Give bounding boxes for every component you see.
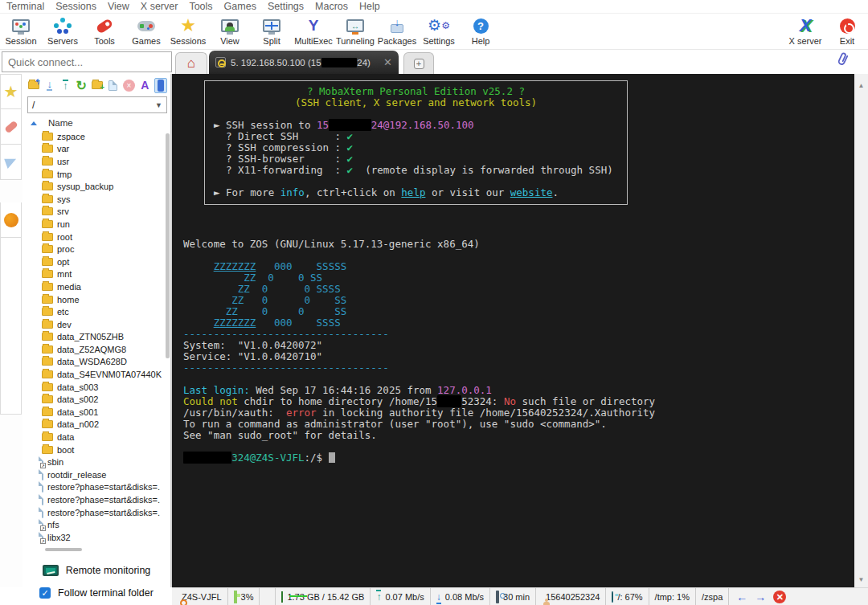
menu-item-view[interactable]: View <box>106 1 139 12</box>
exit-button[interactable]: Exit <box>826 14 868 49</box>
menu-item-terminal[interactable]: Terminal <box>5 1 54 12</box>
tree-item-restore-phase-start-disks-[interactable]: restore?phase=start&disks=. <box>23 506 170 519</box>
tree-item-home[interactable]: home <box>23 293 170 306</box>
mobaxterm-banner: ? MobaXterm Personal Edition v25.2 ?(SSH… <box>204 80 628 205</box>
scroll-down-icon[interactable]: ▼ <box>854 573 868 586</box>
menu-item-tools[interactable]: Tools <box>187 1 222 12</box>
tree-item-boot[interactable]: boot <box>23 444 170 456</box>
menu-item-settings[interactable]: Settings <box>266 1 313 12</box>
tree-item-libx32[interactable]: ↗libx32 <box>23 531 170 544</box>
paperclip-icon[interactable] <box>836 51 850 71</box>
tree-item-rootdir-release[interactable]: rootdir_release <box>23 468 170 481</box>
tree-item-sysup-backup[interactable]: sysup_backup <box>23 180 170 193</box>
sidebar-tab-macros[interactable] <box>0 145 22 180</box>
parent-folder-icon[interactable]: ↰ <box>27 78 40 93</box>
folder-icon <box>42 308 53 316</box>
view-button[interactable]: View <box>209 14 251 49</box>
tree-item-sbin[interactable]: ↗sbin <box>23 456 170 468</box>
menu-item-x-server[interactable]: X server <box>139 1 188 12</box>
delete-icon[interactable]: × <box>123 78 136 93</box>
menu-item-macros[interactable]: Macros <box>313 1 358 12</box>
folder-icon <box>42 345 53 354</box>
tree-item-nfs[interactable]: ↗nfs <box>23 518 170 531</box>
path-combobox[interactable]: / ▼ <box>27 96 167 113</box>
remote-monitoring-button[interactable]: Remote monitoring <box>23 559 170 582</box>
menu-item-sessions[interactable]: Sessions <box>54 1 106 12</box>
tree-item-opt[interactable]: opt <box>23 255 170 268</box>
tree-item-data-z52aqmg8[interactable]: data_Z52AQMG8 <box>23 343 170 356</box>
tree-item-proc[interactable]: proc <box>23 243 170 255</box>
settings-button[interactable]: ⚙⚙Settings <box>418 14 460 49</box>
tree-item-zspace[interactable]: zspace <box>23 130 170 143</box>
tree-item-data-s4evnm0ta07440k[interactable]: data_S4EVNM0TA07440K <box>23 368 170 381</box>
tunneling-button[interactable]: ↔Tunneling <box>334 14 376 49</box>
tree-scrollbar-thumb[interactable] <box>166 133 170 358</box>
close-session-button[interactable]: ✕ <box>773 591 786 603</box>
tree-item-restore-phase-start-disks-[interactable]: restore?phase=start&disks=. <box>23 493 170 506</box>
tree-item-srv[interactable]: srv <box>23 206 170 219</box>
multiexec-button[interactable]: YMultiExec <box>293 14 334 49</box>
tree-item-usr[interactable]: usr <box>23 155 170 168</box>
next-tab-arrow-icon[interactable]: → <box>753 591 768 603</box>
tree-scrollbar[interactable] <box>164 130 170 546</box>
tree-item-data-s001[interactable]: data_s001 <box>23 406 170 419</box>
tree-item-var[interactable]: var <box>23 143 170 156</box>
tree-item-etc[interactable]: etc <box>23 305 170 318</box>
sidebar-tab-sftp[interactable] <box>0 202 22 238</box>
tree-item-data[interactable]: data <box>23 431 170 444</box>
quick-connect-input[interactable] <box>2 51 172 72</box>
new-tab-button[interactable]: + <box>403 52 434 74</box>
tree-item-data-s003[interactable]: data_s003 <box>23 381 170 394</box>
scroll-up-icon[interactable]: ▲ <box>854 79 868 92</box>
sessions-button[interactable]: ★Sessions <box>167 14 209 49</box>
menu-item-games[interactable]: Games <box>223 1 266 12</box>
tree-item-media[interactable]: media <box>23 280 170 293</box>
servers-button[interactable]: Servers <box>42 14 84 49</box>
split-button[interactable]: Split <box>251 14 293 49</box>
folder-icon <box>42 270 53 278</box>
tree-item-restore-phase-start-disks-[interactable]: restore?phase=start&disks=. <box>23 481 170 494</box>
tab-close-icon[interactable]: ✕ <box>380 56 392 68</box>
tree-hscrollbar[interactable] <box>23 546 170 553</box>
sidebar-tab-sessions[interactable]: ★ <box>0 74 22 109</box>
tree-item-sys[interactable]: sys <box>23 193 170 206</box>
home-tab[interactable]: ⌂ <box>175 52 207 74</box>
games-button[interactable]: Games <box>125 14 167 49</box>
sidebar-strip-empty <box>0 238 22 415</box>
tree-item-root[interactable]: root <box>23 231 170 243</box>
prev-tab-arrow-icon[interactable]: ← <box>735 591 749 603</box>
tree-item-data-n002[interactable]: data_n002 <box>23 419 170 431</box>
follow-terminal-checkbox[interactable]: ✓ <box>39 587 51 599</box>
new-folder-icon[interactable]: + <box>91 78 104 93</box>
sort-asc-icon <box>31 121 37 125</box>
tree-item-data-ztn05zhb[interactable]: data_ZTN05ZHB <box>23 331 170 344</box>
tree-item-data-s002[interactable]: data_s002 <box>23 393 170 406</box>
tree-item-data-wsda628d[interactable]: data_WSDA628D <box>23 356 170 369</box>
tree-item-dev[interactable]: dev <box>23 318 170 331</box>
help-button[interactable]: ?Help <box>460 14 502 49</box>
tree-hscrollbar-thumb[interactable] <box>45 548 82 551</box>
upload-icon[interactable]: ↑ <box>59 78 72 93</box>
terminal-scrollbar[interactable]: ▲ ▼ <box>854 74 868 587</box>
tree-item-run[interactable]: run <box>23 218 170 231</box>
active-session-tab[interactable]: 5. 192.168.50.100 (15640252324) ✕ <box>209 51 399 74</box>
packages-button[interactable]: ↓Packages <box>376 14 418 49</box>
refresh-icon[interactable]: ↻ <box>75 78 88 93</box>
menu-item-help[interactable]: Help <box>358 1 390 12</box>
follow-track-icon[interactable] <box>154 78 167 93</box>
session-button[interactable]: Session <box>0 14 42 49</box>
tree-item-tmp[interactable]: tmp <box>23 168 170 181</box>
x-server-button[interactable]: XX server <box>784 14 826 49</box>
new-file-icon[interactable] <box>107 78 120 93</box>
terminal-view[interactable]: ? MobaXterm Personal Edition v25.2 ?(SSH… <box>172 74 854 587</box>
tree-header[interactable]: Name <box>23 113 170 130</box>
download-icon[interactable]: ↓ <box>43 78 56 93</box>
folder-icon <box>42 433 53 441</box>
sidebar-tab-tools[interactable] <box>0 109 22 145</box>
status-30-min: 30 min <box>490 588 536 605</box>
folder-icon <box>42 145 53 153</box>
tree-item-mnt[interactable]: mnt <box>23 268 170 281</box>
tools-button[interactable]: Tools <box>84 14 125 49</box>
encoding-icon[interactable]: A <box>138 78 151 93</box>
follow-terminal-label: Follow terminal folder <box>58 587 154 599</box>
